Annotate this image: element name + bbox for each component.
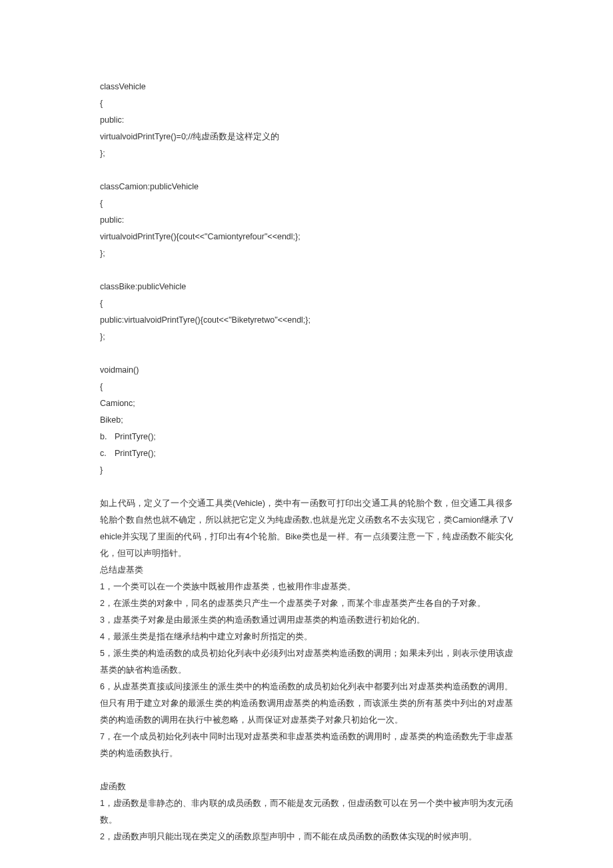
code-line: { <box>100 95 513 112</box>
list-item: 1，虚函数是非静态的、非内联的成员函数，而不能是友元函数，但虚函数可以在另一个类… <box>100 795 513 829</box>
paragraph: 如上代码，定义了一个交通工具类(Vehicle)，类中有一函数可打印出交通工具的… <box>100 495 513 562</box>
code-line: public:virtualvoidPrintTyre(){cout<<"Bik… <box>100 312 513 329</box>
blank-line <box>100 345 513 362</box>
code-line: public: <box>100 112 513 129</box>
blank-line <box>100 479 513 495</box>
code-line: b. PrintTyre(); <box>100 429 513 445</box>
section-title: 总结虚基类 <box>100 562 513 579</box>
code-line: { <box>100 379 513 395</box>
code-line: Camionc; <box>100 395 513 412</box>
code-line: virtualvoidPrintTyre(){cout<<"Camiontyre… <box>100 229 513 245</box>
list-item: 2，虚函数声明只能出现在类定义的函数原型声明中，而不能在成员函数的函数体实现的时… <box>100 829 513 845</box>
code-line: }; <box>100 329 513 345</box>
list-item: 4，最派生类是指在继承结构中建立对象时所指定的类。 <box>100 629 513 645</box>
code-line: public: <box>100 212 513 229</box>
list-item: 3，虚基类子对象是由最派生类的构造函数通过调用虚基类的构造函数进行初始化的。 <box>100 612 513 629</box>
list-item: 7，在一个成员初始化列表中同时出现对虚基类和非虚基类构造函数的调用时，虚基类的构… <box>100 729 513 762</box>
blank-line <box>100 162 513 179</box>
code-line: classBike:publicVehicle <box>100 279 513 295</box>
section-title: 虚函数 <box>100 779 513 795</box>
code-line: classCamion:publicVehicle <box>100 179 513 195</box>
code-line: c. PrintTyre(); <box>100 445 513 462</box>
code-text: PrintTyre(); <box>115 429 156 445</box>
code-line: { <box>100 195 513 212</box>
list-item: 5，派生类的构造函数的成员初始化列表中必须列出对虚基类构造函数的调用；如果未列出… <box>100 645 513 679</box>
code-line: voidmain() <box>100 362 513 379</box>
document-page: classVehicle { public: virtualvoidPrintT… <box>0 0 613 868</box>
code-line: classVehicle <box>100 79 513 95</box>
code-line: Bikeb; <box>100 412 513 429</box>
list-letter: b. <box>100 429 115 445</box>
list-item: 6，从虚基类直接或间接派生的派生类中的构造函数的成员初始化列表中都要列出对虚基类… <box>100 679 513 729</box>
list-letter: c. <box>100 445 115 462</box>
code-line: virtualvoidPrintTyre()=0;//纯虚函数是这样定义的 <box>100 129 513 145</box>
blank-line <box>100 762 513 779</box>
code-text: PrintTyre(); <box>115 445 156 462</box>
code-line: }; <box>100 145 513 162</box>
code-line: { <box>100 295 513 312</box>
list-item: 1，一个类可以在一个类族中既被用作虚基类，也被用作非虚基类。 <box>100 579 513 595</box>
code-line: }; <box>100 245 513 262</box>
code-line: } <box>100 462 513 479</box>
blank-line <box>100 262 513 279</box>
list-item: 2，在派生类的对象中，同名的虚基类只产生一个虚基类子对象，而某个非虚基类产生各自… <box>100 595 513 612</box>
